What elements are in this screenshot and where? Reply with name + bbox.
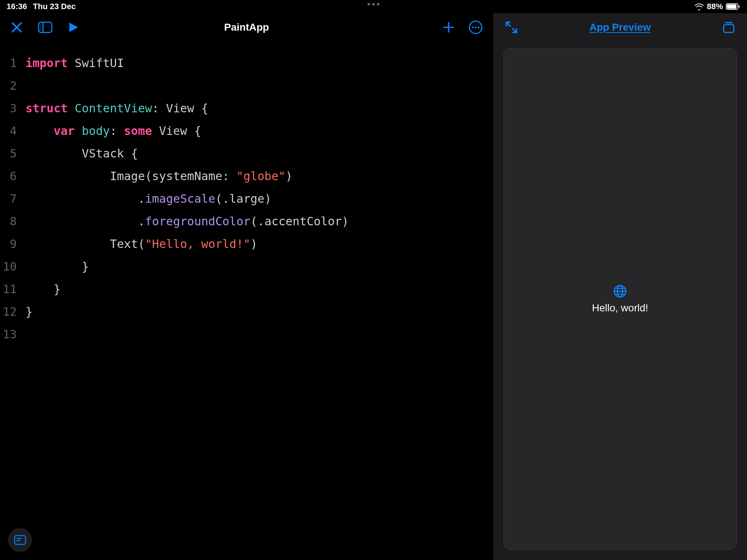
console-icon [13,534,27,545]
project-title[interactable]: PaintApp [224,22,269,33]
svg-point-11 [478,27,480,28]
code-line[interactable]: 6 Image(systemName: "globe") [0,165,493,187]
code-content[interactable]: import SwiftUI [26,52,124,74]
svg-point-9 [472,27,474,28]
svg-rect-1 [727,4,736,9]
code-line[interactable]: 5 VStack { [0,142,493,165]
code-line[interactable]: 8 .foregroundColor(.accentColor) [0,210,493,233]
status-right: 88% [694,2,740,11]
close-button[interactable] [10,21,23,34]
dot-icon [368,3,370,5]
code-content[interactable]: Text("Hello, world!") [26,233,258,255]
status-left: 16:36 Thu 23 Dec [7,2,76,11]
svg-point-7 [40,29,42,30]
line-number: 13 [0,323,26,346]
more-menu-button[interactable] [468,20,483,35]
preview-canvas[interactable]: Hello, world! [503,48,737,550]
wifi-icon [694,3,704,10]
battery-icon [726,3,740,10]
preview-canvas-wrap: Hello, world! [493,42,747,560]
battery-percent: 88% [707,2,723,11]
preview-windows-button[interactable] [721,21,736,34]
code-line[interactable]: 13 [0,323,493,346]
code-content[interactable]: .foregroundColor(.accentColor) [26,210,349,233]
console-button[interactable] [8,528,32,552]
preview-hello-text: Hello, world! [592,302,648,314]
preview-title[interactable]: App Preview [589,22,651,33]
status-bar: 16:36 Thu 23 Dec 88% [0,0,747,13]
code-content[interactable]: } [26,278,61,300]
line-number: 7 [0,187,26,210]
line-number: 2 [0,74,26,97]
code-line[interactable]: 1import SwiftUI [0,52,493,74]
code-line[interactable]: 3struct ContentView: View { [0,97,493,120]
code-content[interactable]: .imageScale(.large) [26,187,271,210]
svg-rect-15 [724,24,734,32]
expand-preview-button[interactable] [504,20,519,35]
editor-toolbar: PaintApp [0,13,493,42]
line-number: 1 [0,52,26,74]
status-time: 16:36 [7,2,27,11]
code-content[interactable]: } [26,255,89,278]
line-number: 6 [0,165,26,187]
line-number: 3 [0,97,26,120]
line-number: 8 [0,210,26,233]
preview-pane: App Preview Hello, world! [493,13,747,560]
code-line[interactable]: 4 var body: some View { [0,120,493,142]
code-content[interactable]: var body: some View { [26,120,201,142]
line-number: 4 [0,120,26,142]
multitasking-dots[interactable] [368,3,380,5]
svg-point-5 [40,25,42,26]
run-button[interactable] [67,21,80,34]
code-line[interactable]: 7 .imageScale(.large) [0,187,493,210]
main-split: PaintApp 1import SwiftUI23struct Content… [0,13,747,560]
svg-rect-12 [15,536,26,544]
line-number: 9 [0,233,26,255]
line-number: 5 [0,142,26,165]
svg-point-6 [40,27,42,28]
code-content[interactable]: struct ContentView: View { [26,97,208,120]
line-number: 11 [0,278,26,300]
add-button[interactable] [442,21,455,34]
code-line[interactable]: 9 Text("Hello, world!") [0,233,493,255]
code-line[interactable]: 10 } [0,255,493,278]
dot-icon [377,3,380,5]
svg-rect-2 [739,5,740,8]
line-number: 10 [0,255,26,278]
code-content[interactable]: } [26,300,32,323]
dot-icon [372,3,375,5]
editor-pane: PaintApp 1import SwiftUI23struct Content… [0,13,493,560]
code-line[interactable]: 12} [0,300,493,323]
line-number: 12 [0,300,26,323]
code-line[interactable]: 2 [0,74,493,97]
status-date: Thu 23 Dec [33,2,76,11]
code-content[interactable]: VStack { [26,142,138,165]
code-content[interactable]: Image(systemName: "globe") [26,165,293,187]
sidebar-toggle-button[interactable] [38,22,53,33]
code-editor[interactable]: 1import SwiftUI23struct ContentView: Vie… [0,42,493,560]
code-line[interactable]: 11 } [0,278,493,300]
globe-icon [613,284,627,299]
preview-toolbar: App Preview [493,13,747,42]
svg-point-10 [475,27,477,28]
